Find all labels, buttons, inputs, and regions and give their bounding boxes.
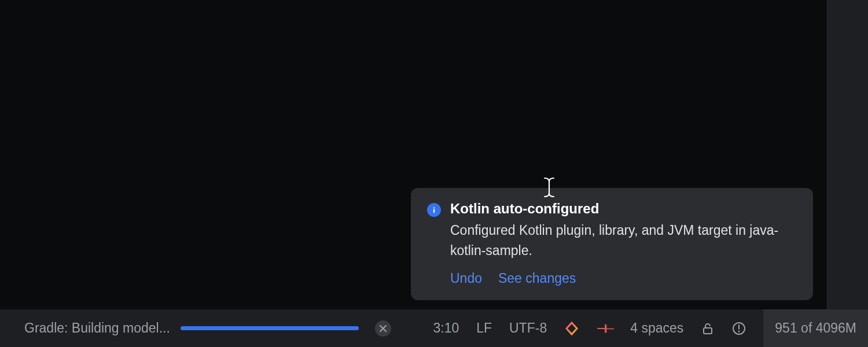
svg-point-0 xyxy=(433,207,435,208)
notification-title: Kotlin auto-configured xyxy=(450,201,797,217)
memory-indicator[interactable]: 951 of 4096M xyxy=(763,309,868,347)
background-task[interactable]: Gradle: Building model... xyxy=(0,320,391,337)
task-label: Gradle: Building model... xyxy=(24,320,170,336)
undo-link[interactable]: Undo xyxy=(450,271,482,286)
notification-popup: Kotlin auto-configured Configured Kotlin… xyxy=(411,188,813,300)
svg-point-5 xyxy=(738,330,740,332)
problems-icon[interactable] xyxy=(732,322,746,335)
status-bar: Gradle: Building model... 3:10 LF UTF-8 … xyxy=(0,309,868,347)
readonly-lock-icon[interactable] xyxy=(701,322,715,335)
svg-rect-2 xyxy=(704,328,712,334)
notification-actions: Undo See changes xyxy=(450,271,797,286)
progress-bar xyxy=(181,326,359,330)
status-right: 3:10 LF UTF-8 ⊣⊢ 4 spaces xyxy=(433,309,868,347)
cursor-position[interactable]: 3:10 xyxy=(433,320,459,336)
encoding[interactable]: UTF-8 xyxy=(509,320,547,336)
svg-rect-1 xyxy=(433,209,435,213)
code-fit-icon[interactable]: ⊣⊢ xyxy=(597,322,613,335)
notification-content: Kotlin auto-configured Configured Kotlin… xyxy=(450,201,797,286)
ai-assistant-icon[interactable] xyxy=(564,321,579,336)
line-separator[interactable]: LF xyxy=(476,320,492,336)
indent-setting[interactable]: 4 spaces xyxy=(630,320,683,336)
notification-body: Configured Kotlin plugin, library, and J… xyxy=(450,220,797,260)
info-icon xyxy=(427,203,441,217)
cancel-task-button[interactable] xyxy=(375,320,391,337)
right-gutter xyxy=(827,0,868,309)
see-changes-link[interactable]: See changes xyxy=(498,271,576,286)
